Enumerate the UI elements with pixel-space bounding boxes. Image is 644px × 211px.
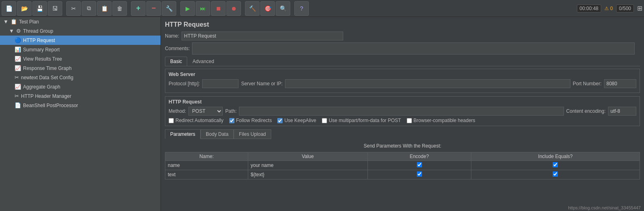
tab-basic[interactable]: Basic [165, 57, 187, 66]
save-as-button[interactable]: 🖫 [48, 1, 62, 16]
include-equals-checkbox[interactable] [553, 162, 558, 167]
aggregate-graph-icon: 📈 [15, 84, 21, 90]
paste-button[interactable]: 📋 [97, 1, 112, 16]
redirect-auto-checkbox[interactable]: Redirect Automatically [169, 118, 224, 123]
warning-count: 0 [610, 6, 613, 11]
cut-button[interactable]: ✂ [66, 1, 81, 16]
templates-button[interactable]: 🎯 [260, 1, 275, 16]
browser-compatible-checkbox[interactable]: Browser-compatible headers [407, 118, 475, 123]
param-name: name [165, 161, 248, 170]
main-tabs: Basic Advanced [165, 57, 640, 66]
follow-redirects-input[interactable] [229, 118, 234, 123]
save-button[interactable]: 💾 [32, 1, 47, 16]
delete-button[interactable]: 🗑 [112, 1, 127, 16]
use-keepalive-label: Use KeepAlive [284, 118, 316, 123]
browser-compatible-input[interactable] [407, 118, 412, 123]
multipart-input[interactable] [322, 118, 327, 123]
sidebar-item-aggregate-graph[interactable]: 📈 Aggregate Graph [0, 82, 160, 91]
browse-button[interactable]: 🔧 [162, 1, 176, 16]
inner-tabs: Parameters Body Data Files Upload [165, 129, 640, 139]
follow-redirects-checkbox[interactable]: Follow Redirects [229, 118, 272, 123]
tab-advanced[interactable]: Advanced [187, 57, 219, 66]
comments-row: Comments: [165, 42, 640, 55]
server-name-input[interactable] [285, 79, 570, 88]
sidebar-item-thread-group[interactable]: ▼ ⚙ Thread Group [0, 26, 160, 36]
toolbar: 📄 📂 💾 🖫 ✂ ⧉ 📋 🗑 + − 🔧 ▶ ⏭ ⏹ ⏺ 🔨 🎯 🔍 ? 00… [0, 0, 644, 17]
remove-button[interactable]: − [146, 1, 161, 16]
param-name: text [165, 170, 248, 179]
sidebar-item-http-header-manager[interactable]: ✂ HTTP Header Manager [0, 91, 160, 101]
sidebar-item-dataset-config[interactable]: ✂ newtext Data Set Config [0, 73, 160, 82]
open-button[interactable]: 📂 [17, 1, 32, 16]
thread-group-icon: ⚙ [16, 28, 21, 34]
view-results-icon: 📈 [15, 56, 21, 62]
web-server-section: Web Server Protocol [http]: Server Name … [165, 69, 640, 93]
counter-display: 0/500 [616, 4, 634, 13]
start-button[interactable]: ▶ [180, 1, 195, 16]
http-request-icon: 🔵 [15, 37, 21, 43]
new-button[interactable]: 📄 [2, 1, 16, 16]
help-button[interactable]: ? [294, 1, 309, 16]
path-input[interactable] [239, 107, 564, 116]
shutdown-button[interactable]: ⏺ [226, 1, 241, 16]
beanshell-icon: 📄 [15, 102, 21, 108]
include-equals-checkbox[interactable] [553, 171, 558, 177]
stop-button[interactable]: ⏹ [211, 1, 226, 16]
warning-badge: ⚠ 0 [604, 6, 613, 11]
copy-button[interactable]: ⧉ [82, 1, 96, 16]
tab-parameters[interactable]: Parameters [165, 129, 201, 139]
sidebar-item-view-results-tree[interactable]: 📈 View Results Tree [0, 54, 160, 63]
sidebar-item-label: Response Time Graph [23, 65, 72, 71]
parameters-section: Send Parameters With the Request: Name: … [165, 141, 640, 179]
response-time-icon: 📈 [15, 65, 21, 71]
protocol-input[interactable] [202, 79, 239, 88]
add-button[interactable]: + [131, 1, 146, 16]
sidebar: ▼ 📋 Test Plan ▼ ⚙ Thread Group 🔵 HTTP Re… [0, 17, 161, 211]
summary-report-icon: 📊 [15, 46, 21, 53]
sidebar-item-beanshell-postprocessor[interactable]: 📄 BeanShell PostProcessor [0, 101, 160, 110]
encode-checkbox[interactable] [417, 162, 422, 167]
timer-display: 00:00:48 [577, 4, 602, 13]
path-label: Path: [225, 108, 236, 114]
multipart-label: Use multipart/form-data for POST [329, 118, 401, 123]
sidebar-item-label: newtext Data Set Config [21, 75, 73, 80]
method-path-row: Method: POST GET PUT DELETE PATCH HEAD O… [169, 107, 636, 116]
content-encoding-input[interactable] [608, 107, 636, 116]
param-value: your name [248, 161, 368, 170]
sidebar-item-label: HTTP Header Manager [21, 93, 72, 99]
follow-redirects-label: Follow Redirects [236, 118, 272, 123]
browser-compatible-label: Browser-compatible headers [414, 118, 475, 123]
use-keepalive-input[interactable] [277, 118, 283, 123]
main-layout: ▼ 📋 Test Plan ▼ ⚙ Thread Group 🔵 HTTP Re… [0, 17, 644, 211]
zoom-button[interactable]: 🔍 [276, 1, 290, 16]
http-request-section: HTTP Request Method: POST GET PUT DELETE… [165, 96, 640, 126]
tab-files-upload[interactable]: Files Upload [234, 129, 271, 139]
encode-checkbox[interactable] [417, 171, 422, 177]
sidebar-item-label: BeanShell PostProcessor [23, 103, 78, 108]
sidebar-item-summary-report[interactable]: 📊 Summary Report [0, 45, 160, 54]
sidebar-item-response-time-graph[interactable]: 📈 Response Time Graph [0, 63, 160, 73]
start-no-pauses-button[interactable]: ⏭ [196, 1, 210, 16]
use-keepalive-checkbox[interactable]: Use KeepAlive [277, 118, 316, 123]
page-title: HTTP Request [165, 21, 640, 28]
comments-textarea[interactable] [192, 42, 635, 55]
redirect-auto-input[interactable] [169, 118, 174, 123]
expand-icon[interactable]: ⊞ [637, 4, 642, 12]
tools-button[interactable]: 🔨 [245, 1, 260, 16]
name-input[interactable] [182, 32, 343, 40]
param-encode [367, 161, 471, 170]
warning-icon: ⚠ [604, 6, 609, 11]
multipart-checkbox[interactable]: Use multipart/form-data for POST [322, 118, 401, 123]
method-select[interactable]: POST GET PUT DELETE PATCH HEAD OPTIONS [188, 107, 223, 116]
statusbar-url: https://blog.csdn.net/sinat_33455447 [568, 205, 641, 210]
sidebar-item-http-request[interactable]: 🔵 HTTP Request [0, 36, 160, 45]
param-include-equals [471, 170, 640, 179]
port-input[interactable] [604, 79, 636, 88]
http-request-section-title: HTTP Request [169, 99, 636, 105]
comments-label: Comments: [165, 46, 190, 51]
col-include-equals: Include Equals? [471, 152, 640, 161]
tab-body-data[interactable]: Body Data [201, 129, 234, 139]
sidebar-item-test-plan[interactable]: ▼ 📋 Test Plan [0, 17, 160, 26]
expand-icon: ▼ [9, 28, 14, 34]
expand-icon: ▼ [3, 19, 8, 25]
